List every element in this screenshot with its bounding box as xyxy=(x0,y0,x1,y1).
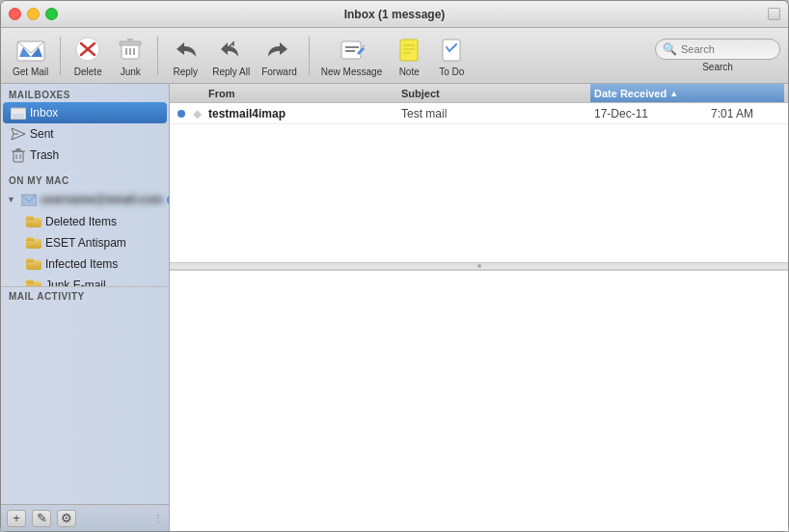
sidebar-item-eset-antispam[interactable]: ESET Antispam xyxy=(3,232,167,253)
search-icon: 🔍 xyxy=(663,42,677,56)
infected-items-label: Infected Items xyxy=(45,257,163,271)
to-do-button[interactable]: To Do xyxy=(432,32,471,79)
eset-antispam-label: ESET Antispam xyxy=(45,236,163,250)
compose-button[interactable]: ✎ xyxy=(32,510,51,527)
svg-rect-12 xyxy=(341,41,361,59)
sidebar: MAILBOXES Inbox xyxy=(1,84,170,531)
get-mail-button[interactable]: Get Mail xyxy=(9,32,52,79)
on-my-mac-header: ON MY MAC xyxy=(1,170,169,188)
toolbar-divider-1 xyxy=(60,37,61,75)
new-message-label: New Message xyxy=(321,66,382,77)
add-mailbox-button[interactable]: + xyxy=(7,510,26,527)
email-flag: ◆ xyxy=(189,107,204,120)
toolbar-divider-3 xyxy=(309,37,310,75)
delete-icon xyxy=(72,34,103,65)
search-container: 🔍 Search xyxy=(655,39,780,72)
email-list-body: ◆ testmail4imap Test mail 17-Dec-11 7:01… xyxy=(170,103,788,262)
reply-all-icon xyxy=(216,34,247,65)
email-row[interactable]: ◆ testmail4imap Test mail 17-Dec-11 7:01… xyxy=(170,103,788,124)
window-title: Inbox (1 message) xyxy=(344,8,446,21)
svg-rect-22 xyxy=(13,114,24,119)
email-subject: Test mail xyxy=(397,107,590,120)
email-unread-dot xyxy=(174,110,189,118)
new-message-button[interactable]: New Message xyxy=(317,32,386,79)
deleted-items-label: Deleted Items xyxy=(45,215,163,228)
content-area: From Subject Date Received ▲ ◆ testmail xyxy=(170,84,788,531)
junk-email-label: Junk E-mail xyxy=(45,279,163,286)
junk-button[interactable]: Junk xyxy=(111,32,150,79)
folder-icon-junk xyxy=(26,278,41,286)
preview-divider[interactable] xyxy=(170,262,788,270)
main-area: MAILBOXES Inbox xyxy=(1,84,788,531)
svg-line-15 xyxy=(363,45,365,47)
unread-indicator xyxy=(177,110,185,118)
folder-icon-infected xyxy=(26,256,41,272)
settings-button[interactable]: ⚙ xyxy=(57,510,76,527)
reply-label: Reply xyxy=(173,66,198,77)
reply-all-button[interactable]: Reply All xyxy=(208,32,254,79)
toolbar: Get Mail Delete xyxy=(1,28,788,84)
email-list-header: From Subject Date Received ▲ xyxy=(170,84,788,103)
col-header-date[interactable]: Date Received ▲ xyxy=(590,84,784,102)
sort-arrow-icon: ▲ xyxy=(669,89,678,98)
svg-rect-7 xyxy=(120,41,141,45)
note-label: Note xyxy=(399,66,420,77)
minimize-button[interactable] xyxy=(27,8,40,20)
trash-icon xyxy=(11,147,26,163)
email-time: 7:01 AM xyxy=(707,107,784,120)
email-from: testmail4imap xyxy=(204,107,397,120)
sidebar-item-inbox[interactable]: Inbox xyxy=(3,102,167,123)
resize-handle[interactable]: ⋮ xyxy=(153,513,163,523)
junk-label: Junk xyxy=(121,66,141,77)
search-label: Search xyxy=(702,62,733,72)
get-mail-icon xyxy=(15,34,46,65)
account-triangle: ▼ xyxy=(7,195,15,204)
sent-icon xyxy=(11,126,26,142)
junk-icon xyxy=(115,34,146,65)
col-header-subject[interactable]: Subject xyxy=(397,84,590,102)
note-button[interactable]: Note xyxy=(390,32,428,79)
toolbar-divider-2 xyxy=(157,37,158,75)
trash-label: Trash xyxy=(30,148,163,162)
close-button[interactable] xyxy=(9,8,21,20)
sidebar-item-sent[interactable]: Sent xyxy=(3,123,167,145)
note-icon xyxy=(394,34,424,65)
maximize-button[interactable] xyxy=(45,8,58,20)
delete-label: Delete xyxy=(74,66,102,77)
mail-activity-area xyxy=(1,306,169,504)
search-input-wrap: 🔍 xyxy=(655,39,780,60)
sidebar-item-infected-items[interactable]: Infected Items xyxy=(3,253,167,275)
sidebar-item-trash[interactable]: Trash xyxy=(3,145,167,166)
col-header-from[interactable]: From xyxy=(204,84,397,102)
window-controls xyxy=(9,8,58,20)
reply-all-label: Reply All xyxy=(212,66,250,77)
account-badge: 1 xyxy=(167,195,169,205)
mailboxes-header: MAILBOXES xyxy=(1,84,169,102)
delete-button[interactable]: Delete xyxy=(68,32,107,79)
account-name: username@email.com xyxy=(41,193,163,206)
mail-activity-header: MAIL ACTIVITY xyxy=(1,286,169,306)
inbox-label: Inbox xyxy=(30,106,163,120)
email-date: 17-Dec-11 xyxy=(590,107,707,120)
forward-button[interactable]: Forward xyxy=(258,32,301,79)
forward-label: Forward xyxy=(261,66,297,77)
account-item[interactable]: ▼ username@email.com 1 xyxy=(3,188,167,211)
sidebar-item-junk-email[interactable]: Junk E-mail xyxy=(3,275,167,286)
account-icon xyxy=(21,192,37,207)
new-message-icon xyxy=(337,34,367,65)
sidebar-footer: + ✎ ⚙ ⋮ xyxy=(1,504,169,531)
svg-rect-16 xyxy=(400,40,418,61)
sent-label: Sent xyxy=(30,127,163,141)
forward-icon xyxy=(263,34,294,65)
sidebar-item-deleted-items[interactable]: Deleted Items xyxy=(3,211,167,232)
to-do-label: To Do xyxy=(439,66,464,77)
get-mail-label: Get Mail xyxy=(13,66,48,77)
sidebar-content: MAILBOXES Inbox xyxy=(1,84,169,286)
resize-button[interactable] xyxy=(768,8,780,20)
folder-icon-deleted xyxy=(26,214,41,229)
reply-button[interactable]: Reply xyxy=(166,32,204,79)
preview-pane xyxy=(170,270,788,531)
main-window: Inbox (1 message) Get Mail xyxy=(0,0,789,532)
col-header-dot[interactable] xyxy=(174,84,189,102)
col-header-flag[interactable] xyxy=(189,84,204,102)
